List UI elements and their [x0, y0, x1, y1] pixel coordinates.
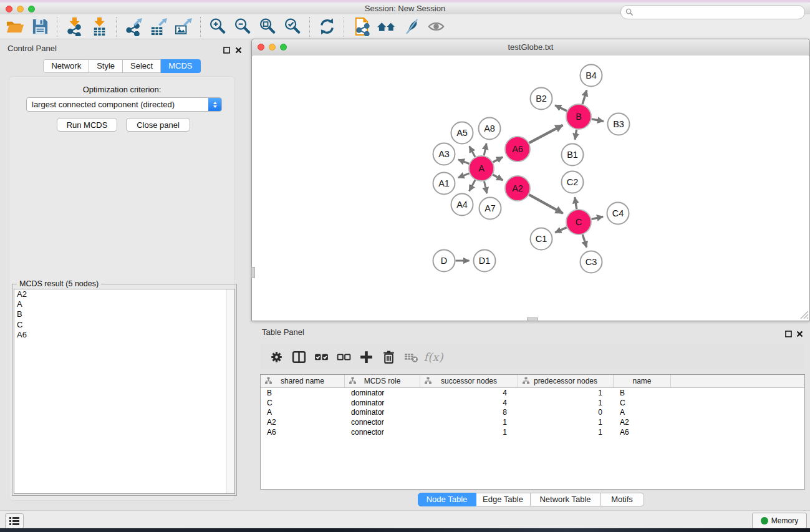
- cell: A6: [614, 428, 671, 437]
- network-scroll-nub-bottom[interactable]: [527, 317, 538, 321]
- graph-node-A[interactable]: A: [469, 156, 494, 181]
- split-panel-icon[interactable]: [287, 347, 310, 366]
- column-header-MCDS-role[interactable]: MCDS role: [345, 375, 420, 387]
- table-row-B[interactable]: Bdominator41B: [261, 388, 804, 398]
- tab-node-table[interactable]: Node Table: [418, 493, 476, 506]
- graph-node-D[interactable]: D: [433, 250, 455, 272]
- svg-text:A6: A6: [512, 144, 523, 154]
- deselect-all-icon[interactable]: [332, 347, 355, 366]
- export-network-icon[interactable]: [121, 16, 146, 37]
- graph-node-C2[interactable]: C2: [562, 172, 584, 193]
- status-bar: Memory: [0, 510, 810, 529]
- cell: A: [614, 408, 671, 417]
- graph-node-A7[interactable]: A7: [480, 198, 501, 220]
- control-panel-float-icon[interactable]: [223, 45, 230, 56]
- graph-node-A1[interactable]: A1: [433, 173, 455, 195]
- table-row-C[interactable]: Cdominator41C: [261, 398, 804, 408]
- graph-node-A8[interactable]: A8: [479, 118, 501, 140]
- graph-node-D1[interactable]: D1: [474, 250, 496, 272]
- graph-node-C3[interactable]: C3: [581, 251, 602, 273]
- graph-node-B2[interactable]: B2: [531, 88, 552, 110]
- graph-node-C4[interactable]: C4: [607, 203, 629, 225]
- control-panel-close-icon[interactable]: [235, 45, 242, 56]
- save-session-icon[interactable]: [27, 16, 52, 37]
- toolbar-separator: [200, 17, 201, 37]
- new-network-document-icon[interactable]: [349, 16, 374, 37]
- result-item[interactable]: B: [14, 309, 234, 319]
- run-mcds-button[interactable]: Run MCDS: [57, 118, 117, 132]
- search-input[interactable]: [636, 7, 804, 18]
- cell: 1: [420, 418, 518, 427]
- toolbar-group-4: [314, 14, 339, 39]
- column-header-successor-nodes[interactable]: successor nodes: [420, 375, 518, 387]
- export-image-icon[interactable]: [171, 16, 196, 37]
- table-panel-close-icon[interactable]: [796, 329, 803, 340]
- tab-motifs[interactable]: Motifs: [601, 493, 644, 506]
- cell: C: [261, 399, 345, 407]
- graphics-details-icon[interactable]: [398, 16, 423, 37]
- first-neighbors-icon[interactable]: [374, 16, 398, 37]
- graph-node-B1[interactable]: B1: [562, 144, 584, 166]
- resize-grip-icon[interactable]: [798, 309, 809, 319]
- tab-network[interactable]: Network: [43, 59, 89, 73]
- settings-icon[interactable]: [265, 347, 287, 366]
- show-hide-icon[interactable]: [423, 16, 448, 37]
- tab-style[interactable]: Style: [89, 59, 123, 73]
- memory-button[interactable]: Memory: [752, 513, 807, 529]
- graph-node-A5[interactable]: A5: [451, 122, 473, 144]
- column-header-predecessor-nodes[interactable]: predecessor nodes: [518, 375, 614, 387]
- toolbar-group-1: [62, 14, 112, 39]
- add-entry-icon[interactable]: [355, 347, 377, 366]
- column-header-shared-name[interactable]: shared name: [261, 375, 345, 387]
- graph-node-A6[interactable]: A6: [505, 137, 530, 162]
- mcds-result-list: A2ABCA6: [14, 289, 235, 494]
- refresh-view-icon[interactable]: [314, 16, 339, 37]
- graph-node-C[interactable]: C: [566, 210, 591, 235]
- tab-mcds[interactable]: MCDS: [161, 59, 200, 73]
- import-table-icon[interactable]: [87, 16, 112, 37]
- network-window-titlebar[interactable]: testGlobe.txt: [252, 39, 809, 56]
- import-network-icon[interactable]: [62, 16, 87, 37]
- toolbar-group-3: [205, 14, 305, 39]
- graph-node-B3[interactable]: B3: [608, 114, 630, 135]
- tab-network-table[interactable]: Network Table: [531, 493, 601, 506]
- panel-toggle-button[interactable]: [5, 513, 24, 529]
- edge-A-A8: [484, 143, 486, 155]
- graph-node-B4[interactable]: B4: [581, 65, 602, 87]
- result-item[interactable]: C: [14, 320, 234, 330]
- result-item[interactable]: A6: [14, 330, 234, 340]
- network-scroll-nub-left[interactable]: [251, 267, 255, 278]
- select-all-icon[interactable]: [310, 347, 332, 366]
- table-panel-tabs: Node TableEdge TableNetwork TableMotifs: [251, 493, 810, 506]
- network-canvas[interactable]: AA1A2A3A4A5A6A7A8BB1B2B3B4CC1C2C3C4DD1: [253, 56, 809, 321]
- column-header-name[interactable]: name: [614, 375, 671, 387]
- open-session-icon[interactable]: [2, 16, 27, 37]
- criterion-dropdown[interactable]: largest connected component (directed): [26, 97, 222, 112]
- zoom-out-icon[interactable]: [230, 16, 255, 37]
- table-body: Bdominator41BCdominator41CAdominator80AA…: [261, 388, 804, 437]
- result-item[interactable]: A: [14, 299, 234, 309]
- table-row-A[interactable]: Adominator80A: [261, 407, 804, 417]
- tab-edge-table[interactable]: Edge Table: [476, 493, 531, 506]
- graph-node-B[interactable]: B: [566, 104, 591, 129]
- result-item[interactable]: A2: [14, 289, 234, 299]
- graph-node-A4[interactable]: A4: [451, 194, 473, 216]
- zoom-in-icon[interactable]: [205, 16, 230, 37]
- table-row-A2[interactable]: A2connector11A2: [261, 417, 804, 427]
- graph-node-A2[interactable]: A2: [505, 176, 530, 201]
- zoom-fit-icon[interactable]: [255, 16, 280, 37]
- mcds-result-title: MCDS result (5 nodes): [17, 279, 101, 288]
- table-row-A6[interactable]: A6connector11A6: [261, 427, 804, 437]
- table-panel-float-icon[interactable]: [785, 329, 792, 340]
- export-table-icon[interactable]: [146, 16, 171, 37]
- svg-text:C4: C4: [612, 208, 624, 218]
- delete-entry-icon[interactable]: [377, 347, 400, 366]
- graph-node-A3[interactable]: A3: [433, 143, 455, 165]
- graph-node-C1[interactable]: C1: [531, 228, 552, 250]
- zoom-selected-icon[interactable]: [280, 16, 305, 37]
- result-scrollbar[interactable]: [226, 289, 234, 493]
- control-panel-title: Control Panel: [7, 44, 57, 53]
- close-panel-button[interactable]: Close panel: [126, 118, 190, 132]
- tab-select[interactable]: Select: [123, 59, 161, 73]
- cell: dominator: [345, 389, 420, 397]
